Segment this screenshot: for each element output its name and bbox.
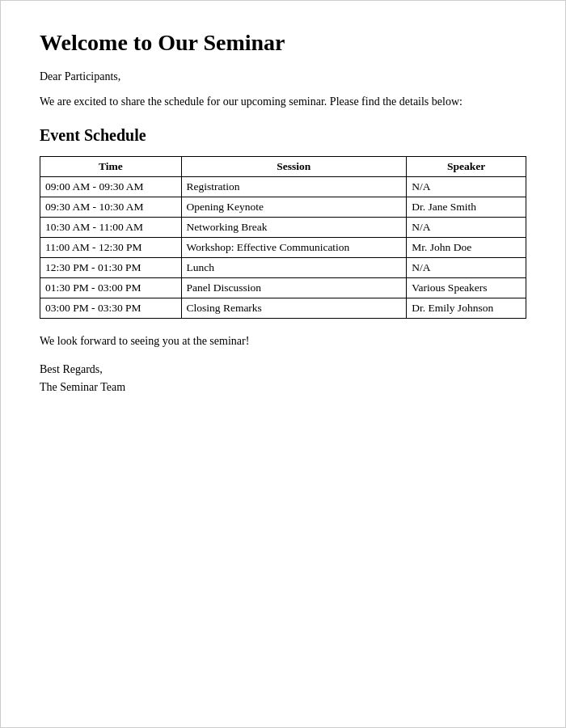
page-container: Welcome to Our Seminar Dear Participants… [0, 0, 566, 728]
cell-speaker: Dr. Jane Smith [407, 197, 526, 218]
cell-speaker: N/A [407, 258, 526, 278]
cell-time: 11:00 AM - 12:30 PM [40, 238, 182, 258]
cell-session: Closing Remarks [181, 298, 407, 319]
table-row: 01:30 PM - 03:00 PMPanel DiscussionVario… [40, 278, 526, 298]
sign-off: Best Regards, The Seminar Team [40, 361, 526, 397]
table-header-row: Time Session Speaker [40, 157, 526, 177]
col-header-time: Time [40, 157, 182, 177]
table-row: 09:00 AM - 09:30 AMRegistrationN/A [40, 177, 526, 197]
table-row: 11:00 AM - 12:30 PMWorkshop: Effective C… [40, 238, 526, 258]
cell-speaker: Various Speakers [407, 278, 526, 298]
cell-speaker: Mr. John Doe [407, 238, 526, 258]
page-title: Welcome to Our Seminar [40, 30, 526, 56]
cell-session: Networking Break [181, 218, 407, 238]
cell-session: Lunch [181, 258, 407, 278]
cell-speaker: Dr. Emily Johnson [407, 298, 526, 319]
col-header-speaker: Speaker [407, 157, 526, 177]
cell-speaker: N/A [407, 218, 526, 238]
cell-session: Registration [181, 177, 407, 197]
cell-speaker: N/A [407, 177, 526, 197]
sign-off-line1: Best Regards, [40, 361, 526, 379]
table-row: 10:30 AM - 11:00 AMNetworking BreakN/A [40, 218, 526, 238]
sign-off-line2: The Seminar Team [40, 379, 526, 396]
schedule-heading: Event Schedule [40, 126, 526, 145]
intro-text: We are excited to share the schedule for… [40, 93, 526, 110]
cell-time: 09:00 AM - 09:30 AM [40, 177, 182, 197]
cell-session: Panel Discussion [181, 278, 407, 298]
cell-time: 09:30 AM - 10:30 AM [40, 197, 182, 218]
cell-time: 12:30 PM - 01:30 PM [40, 258, 182, 278]
cell-session: Opening Keynote [181, 197, 407, 218]
cell-time: 03:00 PM - 03:30 PM [40, 298, 182, 319]
cell-session: Workshop: Effective Communication [181, 238, 407, 258]
cell-time: 01:30 PM - 03:00 PM [40, 278, 182, 298]
cell-time: 10:30 AM - 11:00 AM [40, 218, 182, 238]
closing-text: We look forward to seeing you at the sem… [40, 335, 526, 348]
salutation: Dear Participants, [40, 70, 526, 83]
table-row: 03:00 PM - 03:30 PMClosing RemarksDr. Em… [40, 298, 526, 319]
table-row: 12:30 PM - 01:30 PMLunchN/A [40, 258, 526, 278]
schedule-table: Time Session Speaker 09:00 AM - 09:30 AM… [40, 156, 526, 319]
col-header-session: Session [181, 157, 407, 177]
table-row: 09:30 AM - 10:30 AMOpening KeynoteDr. Ja… [40, 197, 526, 218]
